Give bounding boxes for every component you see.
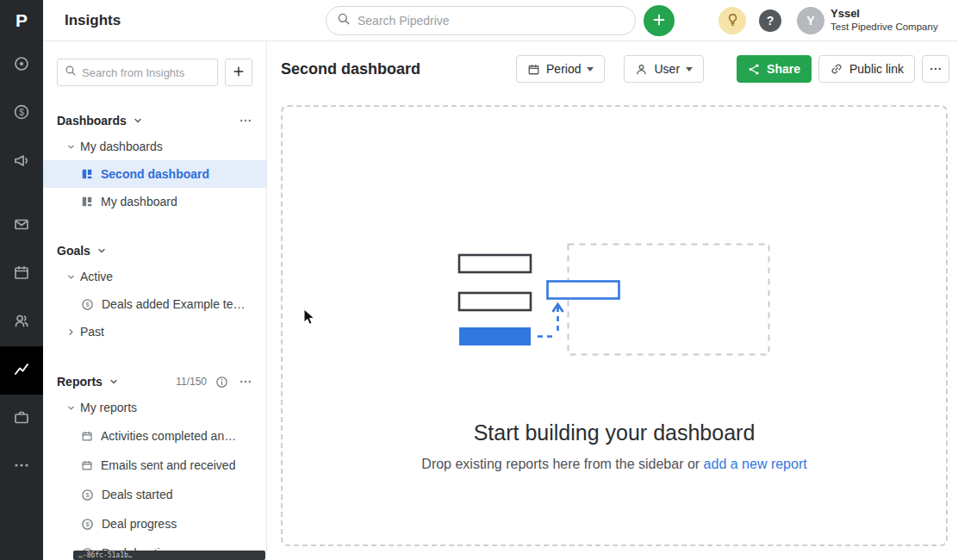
plus-icon bbox=[651, 12, 667, 30]
add-new-button[interactable] bbox=[225, 59, 252, 86]
question-mark-icon: ? bbox=[767, 14, 774, 28]
user-filter-label: User bbox=[654, 62, 680, 76]
caret-down-icon bbox=[686, 67, 693, 72]
sidebar-item-label: Activities completed an… bbox=[101, 429, 236, 443]
empty-state-heading: Start building your dashboard bbox=[474, 420, 756, 445]
tips-button[interactable] bbox=[718, 7, 746, 34]
user-name: Yssel bbox=[830, 7, 938, 21]
quick-add-button[interactable] bbox=[644, 5, 675, 36]
global-search[interactable] bbox=[326, 6, 636, 35]
sidebar-item-second-dashboard[interactable]: Second dashboard bbox=[43, 160, 266, 188]
more-dots-icon bbox=[13, 457, 30, 477]
activities-calendar-icon bbox=[13, 264, 30, 284]
share-button[interactable]: Share bbox=[737, 55, 812, 83]
group-label: Active bbox=[80, 270, 113, 283]
svg-text:$: $ bbox=[85, 520, 90, 528]
section-goals[interactable]: Goals bbox=[43, 239, 266, 263]
sidebar-item-report[interactable]: $ Deals started bbox=[43, 480, 266, 509]
section-dashboards[interactable]: Dashboards bbox=[43, 109, 266, 133]
pipedrive-logo[interactable]: P bbox=[0, 0, 43, 41]
period-filter-button[interactable]: Period bbox=[516, 55, 605, 83]
lightbulb-icon bbox=[725, 12, 740, 30]
public-link-button[interactable]: Public link bbox=[818, 55, 915, 83]
appnav-item-deals[interactable]: $ bbox=[0, 90, 43, 138]
sidebar-item-label: Deals started bbox=[102, 488, 172, 501]
products-briefcase-icon bbox=[13, 408, 30, 429]
sidebar-item-goal-deals-added[interactable]: $ Deals added Example te… bbox=[43, 290, 266, 318]
insights-sidebar: Dashboards My dashboards Second dashboar… bbox=[43, 41, 267, 560]
calendar-icon bbox=[81, 430, 93, 442]
chevron-down-icon[interactable] bbox=[64, 272, 78, 282]
period-label: Period bbox=[546, 62, 581, 76]
appnav-item-leads[interactable] bbox=[0, 41, 43, 90]
appnav-item-mail[interactable] bbox=[0, 202, 43, 250]
dashboard-more-button[interactable] bbox=[922, 55, 949, 83]
caret-down-icon bbox=[587, 67, 594, 72]
logo-letter: P bbox=[16, 10, 28, 31]
deal-dollar-icon: $ bbox=[81, 488, 94, 501]
group-my-dashboards[interactable]: My dashboards bbox=[43, 133, 266, 160]
dashboards-menu-icon[interactable] bbox=[239, 114, 252, 128]
reports-menu-icon[interactable] bbox=[239, 375, 252, 389]
insights-search[interactable] bbox=[57, 59, 218, 86]
user-filter-button[interactable]: User bbox=[624, 55, 704, 83]
sidebar-item-report[interactable]: $ Deal progress bbox=[43, 509, 266, 538]
chevron-right-icon[interactable] bbox=[64, 327, 78, 337]
group-active-goals[interactable]: Active bbox=[43, 263, 266, 290]
app-nav: P $ bbox=[0, 0, 43, 560]
appnav-item-more[interactable] bbox=[0, 443, 43, 491]
group-label: My reports bbox=[80, 401, 137, 414]
empty-state-subtext: Drop existing reports here from the side… bbox=[421, 457, 806, 472]
plus-icon bbox=[232, 65, 246, 81]
dashboard-illustration bbox=[457, 243, 771, 357]
appnav-item-insights[interactable] bbox=[0, 346, 43, 395]
global-search-input[interactable] bbox=[358, 14, 625, 28]
help-button[interactable]: ? bbox=[759, 9, 781, 32]
insights-chart-icon bbox=[13, 360, 30, 381]
contacts-icon bbox=[13, 312, 30, 333]
dashboard-dropzone[interactable]: Start building your dashboard Drop exist… bbox=[281, 105, 948, 546]
chevron-down-icon[interactable] bbox=[64, 403, 78, 413]
deal-dollar-icon: $ bbox=[81, 518, 94, 531]
appnav-item-activities[interactable] bbox=[0, 250, 43, 298]
user-icon bbox=[635, 63, 648, 76]
info-icon[interactable] bbox=[215, 376, 228, 389]
chevron-down-icon bbox=[96, 246, 107, 256]
chevron-down-icon[interactable] bbox=[64, 142, 78, 152]
svg-text:$: $ bbox=[85, 301, 90, 308]
group-past-goals[interactable]: Past bbox=[43, 318, 266, 345]
svg-text:$: $ bbox=[85, 491, 90, 499]
dashboard-grid-icon bbox=[81, 196, 93, 208]
svg-text:$: $ bbox=[19, 108, 24, 117]
sidebar-item-label: Emails sent and received bbox=[101, 458, 235, 472]
dashboard-grid-icon bbox=[81, 168, 93, 180]
sidebar-item-report[interactable]: Emails sent and received bbox=[43, 451, 266, 480]
deals-icon: $ bbox=[13, 103, 30, 124]
user-avatar[interactable]: Y bbox=[797, 7, 824, 34]
sidebar-item-label: Deals added Example te… bbox=[102, 297, 246, 311]
calendar-icon bbox=[81, 459, 93, 471]
appnav-item-contacts[interactable] bbox=[0, 298, 43, 346]
main-content: Second dashboard Period User Share Publi… bbox=[267, 41, 958, 560]
company-name: Test Pipedrive Company bbox=[830, 21, 938, 34]
insights-search-input[interactable] bbox=[82, 66, 210, 79]
appnav-item-campaigns[interactable] bbox=[0, 138, 43, 186]
share-label: Share bbox=[767, 62, 800, 76]
section-reports[interactable]: Reports 11/150 bbox=[43, 370, 266, 394]
section-title: Reports bbox=[57, 375, 103, 389]
sidebar-item-label: Second dashboard bbox=[101, 167, 209, 181]
group-my-reports[interactable]: My reports bbox=[43, 394, 266, 421]
public-link-label: Public link bbox=[849, 62, 904, 76]
search-icon bbox=[337, 12, 351, 29]
group-label: My dashboards bbox=[80, 140, 163, 153]
group-label: Past bbox=[80, 325, 104, 339]
sidebar-item-my-dashboard[interactable]: My dashboard bbox=[43, 188, 266, 215]
add-new-report-link[interactable]: add a new report bbox=[704, 457, 807, 471]
user-menu[interactable]: Yssel Test Pipedrive Company bbox=[830, 7, 938, 34]
deal-dollar-icon: $ bbox=[81, 298, 94, 311]
chevron-down-icon bbox=[109, 376, 119, 387]
page-title: Second dashboard bbox=[281, 60, 420, 78]
appnav-item-products[interactable] bbox=[0, 395, 43, 443]
sidebar-item-report[interactable]: Activities completed an… bbox=[43, 421, 266, 451]
empty-state-subtext-text: Drop existing reports here from the side… bbox=[421, 457, 700, 471]
